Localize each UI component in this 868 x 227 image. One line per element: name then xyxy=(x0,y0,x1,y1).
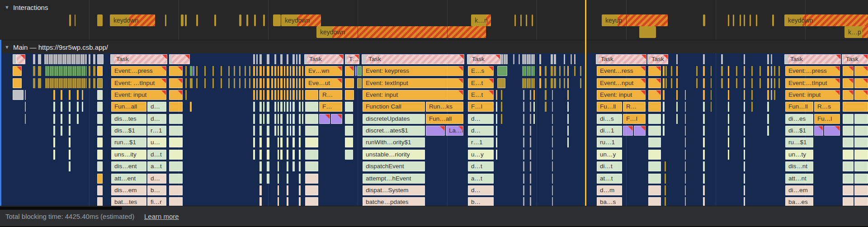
flame-cell[interactable]: a…t xyxy=(468,174,494,184)
flame-cell[interactable] xyxy=(623,126,633,136)
flame-cell[interactable]: di…s xyxy=(597,114,622,124)
flame-cell[interactable]: unstable…riority xyxy=(363,150,425,160)
flame-cell[interactable] xyxy=(843,102,868,112)
flame-cell[interactable] xyxy=(648,137,661,147)
flame-cell[interactable] xyxy=(305,90,318,100)
learn-more-link[interactable]: Learn more xyxy=(144,213,179,220)
flame-cell[interactable] xyxy=(169,197,183,206)
flame-cell[interactable] xyxy=(169,126,183,136)
flame-cell[interactable] xyxy=(854,90,868,100)
flame-cell[interactable]: dispatchEvent xyxy=(363,161,425,171)
flame-cell[interactable] xyxy=(169,102,183,112)
flame-cell[interactable]: d… xyxy=(147,102,166,112)
flame-cell[interactable]: Event: input xyxy=(785,90,840,100)
task-bar[interactable] xyxy=(16,54,25,64)
flame-cell[interactable] xyxy=(97,126,103,136)
flame-cell[interactable]: dis…nt xyxy=(785,161,813,171)
flame-cell[interactable] xyxy=(854,161,868,171)
flame-cell[interactable] xyxy=(854,197,868,206)
flame-cell[interactable]: d…m xyxy=(597,185,622,195)
flame-cell[interactable] xyxy=(305,114,318,124)
flame-cell[interactable]: E…t xyxy=(468,78,494,88)
flame-cell[interactable] xyxy=(305,161,318,171)
flame-cell[interactable] xyxy=(97,78,103,88)
flame-cell[interactable]: Event: keypress xyxy=(363,66,463,76)
flame-cell[interactable] xyxy=(331,114,342,124)
flame-cell[interactable] xyxy=(345,102,353,112)
flame-cell[interactable]: discreteUpdates xyxy=(363,114,425,124)
flame-cell[interactable]: att…ent xyxy=(111,174,146,184)
flame-cell[interactable]: d… xyxy=(468,126,494,136)
interaction-event-bar[interactable]: keydown xyxy=(784,14,868,26)
task-bar[interactable]: Task xyxy=(784,54,841,64)
flame-cell[interactable] xyxy=(648,78,661,88)
flame-cell[interactable] xyxy=(169,161,183,171)
flame-cell[interactable]: run…$1 xyxy=(111,137,146,147)
flame-cell[interactable] xyxy=(843,90,854,100)
flame-cell[interactable]: Fun…ll xyxy=(785,102,813,112)
flame-cell[interactable]: R…s xyxy=(814,102,840,112)
flame-cell[interactable] xyxy=(814,126,823,136)
flame-cell[interactable] xyxy=(854,66,868,76)
flame-cell[interactable]: ru…$1 xyxy=(785,137,813,147)
flame-cell[interactable] xyxy=(13,90,24,100)
flame-cell[interactable]: b… xyxy=(147,185,166,195)
flame-cell[interactable] xyxy=(305,174,318,184)
flame-cell[interactable]: R… xyxy=(319,90,342,100)
flame-cell[interactable] xyxy=(648,114,661,124)
flame-cell[interactable] xyxy=(97,161,103,171)
flame-cell[interactable] xyxy=(319,114,330,124)
flame-cell[interactable]: batche…pdates xyxy=(363,197,425,206)
flame-cell[interactable] xyxy=(97,66,103,76)
flame-cell[interactable]: Fu…ll xyxy=(597,102,622,112)
flame-cell[interactable]: Event: input xyxy=(597,90,646,100)
flame-cell[interactable] xyxy=(648,161,661,171)
flame-cell[interactable] xyxy=(13,78,22,88)
flame-cell[interactable] xyxy=(843,174,854,184)
flame-cell[interactable] xyxy=(13,54,16,64)
flame-cell[interactable]: b… xyxy=(468,197,494,206)
flame-cell[interactable]: La…t xyxy=(446,126,463,136)
flame-cell[interactable]: u…y xyxy=(468,150,494,160)
flame-cell[interactable]: ba…s xyxy=(597,197,622,206)
flame-cell[interactable]: Eve…ut xyxy=(305,78,342,88)
flame-cell[interactable]: d… xyxy=(468,114,494,124)
flame-chart[interactable]: TaskEvent:…pressEvent: …tInputEvent: inp… xyxy=(0,53,868,206)
flame-cell[interactable] xyxy=(843,126,854,136)
flame-cell[interactable]: F…l xyxy=(468,102,494,112)
flame-cell[interactable] xyxy=(345,78,354,88)
flame-cell[interactable]: Event…nput xyxy=(597,78,646,88)
flame-cell[interactable] xyxy=(345,114,353,124)
flame-cell[interactable] xyxy=(634,126,646,136)
flame-cell[interactable] xyxy=(648,90,661,100)
flame-cell[interactable] xyxy=(345,66,354,76)
flame-cell[interactable]: d…t xyxy=(147,150,166,160)
flame-cell[interactable] xyxy=(648,102,661,112)
flame-cell[interactable]: runWith…ority$1 xyxy=(363,137,425,147)
flame-cell[interactable] xyxy=(648,185,661,195)
flame-cell[interactable]: a…t xyxy=(147,161,166,171)
flame-cell[interactable] xyxy=(169,174,183,184)
flame-cell[interactable]: d…t xyxy=(468,161,494,171)
interaction-event-bar[interactable]: keydown xyxy=(110,14,155,26)
flame-cell[interactable]: ru…1 xyxy=(597,137,622,147)
task-bar[interactable]: Task xyxy=(110,54,167,64)
flame-cell[interactable]: fi…r xyxy=(147,197,166,206)
flame-cell[interactable]: Event: input xyxy=(111,90,166,100)
flame-cell[interactable]: di…em xyxy=(785,185,813,195)
flame-cell[interactable] xyxy=(843,78,854,88)
flame-cell[interactable] xyxy=(854,185,868,195)
flame-cell[interactable] xyxy=(169,90,183,100)
task-bar[interactable] xyxy=(169,54,190,64)
flame-cell[interactable]: di…1 xyxy=(597,126,622,136)
flame-cell[interactable] xyxy=(843,66,854,76)
flame-cell[interactable]: discret…ates$1 xyxy=(363,126,425,136)
flame-cell[interactable] xyxy=(13,66,22,76)
flame-cell[interactable]: d… xyxy=(468,185,494,195)
flame-cell[interactable] xyxy=(97,102,103,112)
flame-cell[interactable]: di…$1 xyxy=(785,126,813,136)
flame-cell[interactable]: Event: input xyxy=(363,90,463,100)
flame-cell[interactable]: Fun…all xyxy=(111,102,146,112)
flame-cell[interactable] xyxy=(843,161,854,171)
flame-cell[interactable] xyxy=(97,150,103,160)
